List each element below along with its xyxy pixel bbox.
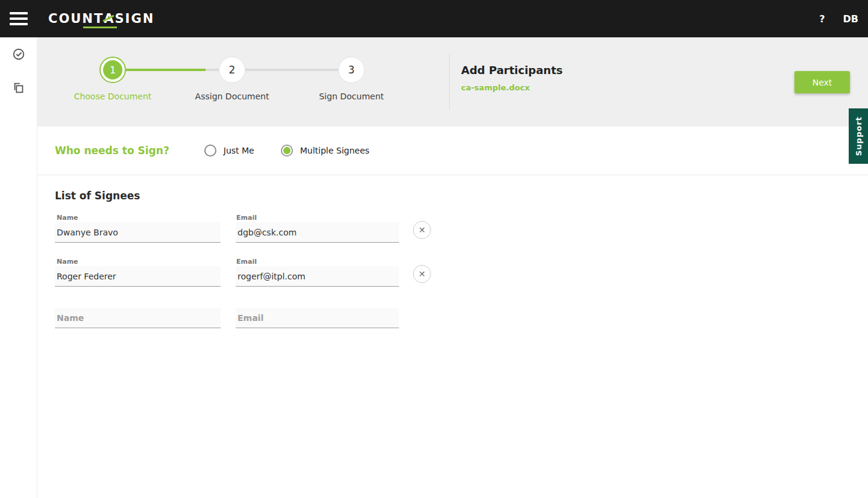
- step-label-choose-document: Choose Document: [64, 92, 161, 101]
- close-icon: ✕: [418, 269, 426, 279]
- document-name-link[interactable]: ca-sample.docx: [461, 83, 530, 92]
- step-label-assign-document: Assign Document: [184, 92, 280, 101]
- step-label-sign-document: Sign Document: [303, 92, 400, 101]
- sidebar-item-status[interactable]: [0, 37, 37, 71]
- next-button[interactable]: Next: [794, 71, 850, 93]
- check-circle-icon: [12, 48, 25, 61]
- signee-email-input[interactable]: [236, 222, 399, 243]
- radio-multiple-signees-label: Multiple Signees: [300, 146, 370, 155]
- support-tab[interactable]: Support: [849, 108, 868, 164]
- avatar[interactable]: DB: [843, 13, 858, 25]
- sign-question-label: Who needs to Sign?: [55, 145, 169, 157]
- step-number-2: 2: [229, 64, 236, 76]
- signee-name-input[interactable]: [55, 266, 221, 287]
- list-of-signees-section: List of Signees Name Email ✕ Name Email …: [37, 175, 868, 498]
- page-title: Add Participants: [461, 64, 562, 76]
- remove-signee-button[interactable]: ✕: [413, 265, 431, 283]
- copy-icon: [12, 81, 25, 95]
- who-needs-to-sign-section: Who needs to Sign? Just Me Multiple Sign…: [37, 126, 868, 175]
- name-field-label: Name: [57, 258, 78, 266]
- main-content: 1 2 3 Choose Document Assign Document Si…: [37, 37, 868, 498]
- signee-email-input[interactable]: [236, 266, 399, 287]
- signee-name-input[interactable]: [55, 222, 221, 243]
- step-circle-3[interactable]: 3: [338, 57, 365, 83]
- email-field-label: Email: [236, 258, 257, 266]
- help-icon[interactable]: ?: [819, 13, 825, 25]
- radio-multiple-signees[interactable]: [281, 145, 293, 157]
- list-of-signees-title: List of Signees: [55, 190, 140, 202]
- top-bar: COUNTASIGN ? DB: [0, 0, 868, 37]
- app-logo: COUNTASIGN: [48, 11, 154, 26]
- logo-letter-a: A: [104, 11, 115, 26]
- name-field-label: Name: [57, 214, 78, 222]
- step-number-3: 3: [348, 64, 355, 76]
- email-field-label: Email: [236, 214, 257, 222]
- remove-signee-button[interactable]: ✕: [413, 221, 431, 239]
- radio-just-me-label: Just Me: [224, 146, 254, 155]
- logo-accent-underline: [83, 26, 117, 28]
- stepper-progress-line: [126, 69, 219, 71]
- close-icon: ✕: [418, 225, 426, 235]
- new-signee-name-input[interactable]: [55, 308, 221, 328]
- header-divider: [449, 54, 450, 110]
- sidebar: [0, 37, 37, 498]
- logo-text-sign: SIGN: [115, 11, 154, 26]
- stepper-line: [245, 69, 338, 71]
- hamburger-menu-icon[interactable]: [10, 12, 28, 25]
- step-circle-1[interactable]: 1: [99, 57, 126, 83]
- sidebar-item-documents[interactable]: [0, 71, 37, 105]
- new-signee-email-input[interactable]: [236, 308, 399, 328]
- step-number-1: 1: [103, 60, 122, 79]
- logo-text-count: COUNT: [48, 11, 104, 26]
- step-circle-2[interactable]: 2: [219, 57, 245, 83]
- radio-option-multiple-signees[interactable]: Multiple Signees: [281, 145, 370, 157]
- stepper-section: 1 2 3 Choose Document Assign Document Si…: [37, 37, 868, 126]
- radio-option-just-me[interactable]: Just Me: [204, 145, 254, 157]
- radio-just-me[interactable]: [204, 145, 216, 157]
